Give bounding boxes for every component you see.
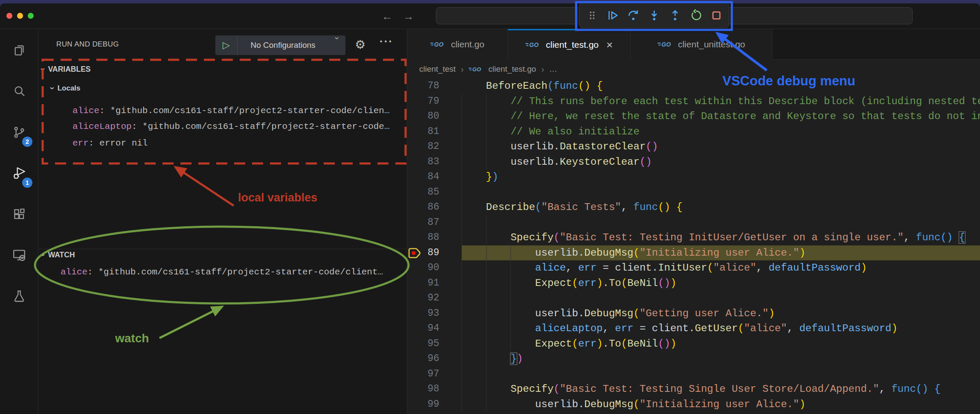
- tab-client-go[interactable]: GO client.go: [407, 29, 508, 60]
- code-text: userlib.DebugMsg("Initializing user Alic…: [461, 397, 806, 412]
- line-number[interactable]: 84: [407, 169, 439, 185]
- code-area[interactable]: 78 BeforeEach(func() {79 // This runs be…: [407, 79, 980, 414]
- variables-section-header[interactable]: › VARIABLES: [42, 64, 91, 74]
- code-line[interactable]: 94 aliceLaptop, err = client.GetUser("al…: [407, 321, 980, 336]
- tab-client-unittest-go[interactable]: GO client_unittest.go: [631, 29, 772, 60]
- variable-row[interactable]: err: error nil: [72, 138, 403, 148]
- code-line[interactable]: 87: [407, 215, 980, 230]
- chevron-down-icon: ›: [333, 37, 342, 54]
- sidebar-header: RUN AND DEBUG ▷ No Configurations › ⚙ ··…: [38, 29, 407, 60]
- code-line[interactable]: 84 }): [407, 169, 980, 185]
- tab-bar: GO client.go GO client_test.go × GO clie…: [407, 29, 980, 60]
- line-number[interactable]: 81: [407, 124, 439, 140]
- chevron-down-icon: ›: [38, 254, 48, 257]
- code-text: Specify("Basic Test: Testing InitUser/Ge…: [461, 230, 965, 245]
- code-line[interactable]: 90 alice, err = client.InitUser("alice",…: [407, 260, 980, 276]
- code-line[interactable]: 99 userlib.DebugMsg("Initializing user A…: [407, 397, 980, 412]
- continue-button[interactable]: [604, 7, 621, 24]
- line-number[interactable]: 90: [407, 260, 439, 276]
- explorer-icon[interactable]: [0, 35, 38, 66]
- line-number[interactable]: 87: [407, 215, 439, 230]
- debug-configuration-dropdown[interactable]: ▷ No Configurations ›: [215, 35, 345, 55]
- code-text: userlib.DebugMsg("Initializing user Alic…: [461, 245, 806, 261]
- watch-row[interactable]: alice: *github.com/cs161-staff/project2-…: [61, 267, 404, 277]
- variable-value: error nil: [99, 138, 148, 148]
- code-line[interactable]: 93 userlib.DebugMsg("Getting user Alice.…: [407, 306, 980, 321]
- back-icon[interactable]: ←: [382, 9, 393, 24]
- step-out-button[interactable]: [667, 7, 684, 24]
- forward-icon[interactable]: →: [403, 9, 414, 24]
- line-number[interactable]: 86: [407, 200, 439, 215]
- title-bar: ← →: [0, 3, 980, 29]
- line-number[interactable]: 99: [407, 397, 439, 412]
- testing-flask-icon[interactable]: [0, 281, 38, 312]
- variable-row[interactable]: alice: *github.com/cs161-staff/project2-…: [72, 106, 403, 116]
- remote-explorer-icon[interactable]: [0, 240, 38, 271]
- section-divider: [38, 249, 407, 249]
- code-line[interactable]: 79 // This runs before each test within …: [407, 94, 980, 109]
- search-icon[interactable]: [0, 76, 38, 107]
- code-line[interactable]: 83 userlib.KeystoreClear(): [407, 155, 980, 170]
- code-line[interactable]: 88 Specify("Basic Test: Testing InitUser…: [407, 230, 980, 245]
- locals-group-header[interactable]: › Locals: [51, 83, 81, 93]
- config-dropdown-label: No Configurations: [238, 41, 328, 50]
- minimize-traffic-light[interactable]: [17, 13, 23, 19]
- line-number[interactable]: 79: [407, 94, 439, 109]
- source-control-icon[interactable]: 2: [0, 117, 38, 148]
- extensions-icon[interactable]: [0, 199, 38, 230]
- line-number[interactable]: 82: [407, 139, 439, 155]
- drag-handle-icon[interactable]: [583, 7, 600, 24]
- code-line[interactable]: 95 Expect(err).To(BeNil()): [407, 336, 980, 352]
- code-line[interactable]: 80 // Here, we reset the state of Datast…: [407, 109, 980, 124]
- stop-button[interactable]: [708, 7, 725, 24]
- svg-text:GO: GO: [661, 41, 671, 48]
- line-number[interactable]: 98: [407, 382, 439, 397]
- code-line[interactable]: 89 userlib.DebugMsg("Initializing user A…: [407, 245, 980, 261]
- code-line[interactable]: 97: [407, 367, 980, 382]
- line-number[interactable]: 78: [407, 79, 439, 94]
- line-number[interactable]: 83: [407, 155, 439, 170]
- line-number[interactable]: 96: [407, 351, 439, 367]
- watch-value: *github.com/cs161-staff/project2-starter…: [98, 267, 383, 277]
- code-line[interactable]: 86 Describe("Basic Tests", func() {: [407, 200, 980, 215]
- line-number[interactable]: 89: [407, 245, 439, 261]
- line-number[interactable]: 91: [407, 276, 439, 291]
- breadcrumb-file[interactable]: client_test.go: [488, 64, 536, 74]
- variables-title: VARIABLES: [48, 65, 91, 74]
- code-line[interactable]: 91 Expect(err).To(BeNil()): [407, 276, 980, 291]
- gear-icon[interactable]: ⚙: [355, 38, 365, 51]
- chevron-down-icon: ›: [48, 87, 58, 90]
- code-line[interactable]: 92: [407, 291, 980, 306]
- code-line[interactable]: 81 // We also initialize: [407, 124, 980, 140]
- variable-value: *github.com/cs161-staff/project2-starter…: [110, 106, 389, 116]
- close-traffic-light[interactable]: [6, 13, 12, 19]
- code-line[interactable]: 82 userlib.DatastoreClear(): [407, 139, 980, 155]
- step-over-button[interactable]: [625, 7, 642, 24]
- tab-client-test-go[interactable]: GO client_test.go ×: [508, 29, 631, 60]
- code-text: Expect(err).To(BeNil()): [461, 336, 676, 352]
- line-number[interactable]: 93: [407, 306, 439, 321]
- more-actions-icon[interactable]: ···: [380, 35, 393, 48]
- variable-row[interactable]: aliceLaptop: *github.com/cs161-staff/pro…: [72, 122, 403, 131]
- run-and-debug-icon[interactable]: 1: [0, 158, 38, 189]
- code-line[interactable]: 98 Specify("Basic Test: Testing Single U…: [407, 382, 980, 397]
- line-number[interactable]: 92: [407, 291, 439, 306]
- line-number[interactable]: 85: [407, 185, 439, 200]
- start-debug-icon[interactable]: ▷: [215, 35, 238, 55]
- code-line[interactable]: 96 }): [407, 351, 980, 367]
- code-line[interactable]: 85: [407, 185, 980, 200]
- watch-section-header[interactable]: › WATCH: [42, 250, 75, 260]
- maximize-traffic-light[interactable]: [28, 13, 34, 19]
- restart-button[interactable]: [687, 7, 705, 24]
- breadcrumb-more[interactable]: …: [549, 64, 557, 74]
- line-number[interactable]: 88: [407, 230, 439, 245]
- line-number[interactable]: 94: [407, 321, 439, 336]
- line-number[interactable]: 95: [407, 336, 439, 352]
- step-into-button[interactable]: [646, 7, 663, 24]
- close-icon[interactable]: ×: [606, 41, 613, 49]
- editor-group: GO client.go GO client_test.go × GO clie…: [407, 29, 980, 414]
- line-number[interactable]: 80: [407, 109, 439, 124]
- breadcrumb-folder[interactable]: client_test: [419, 64, 456, 74]
- line-number[interactable]: 97: [407, 367, 439, 382]
- code-line[interactable]: 78 BeforeEach(func() {: [407, 79, 980, 94]
